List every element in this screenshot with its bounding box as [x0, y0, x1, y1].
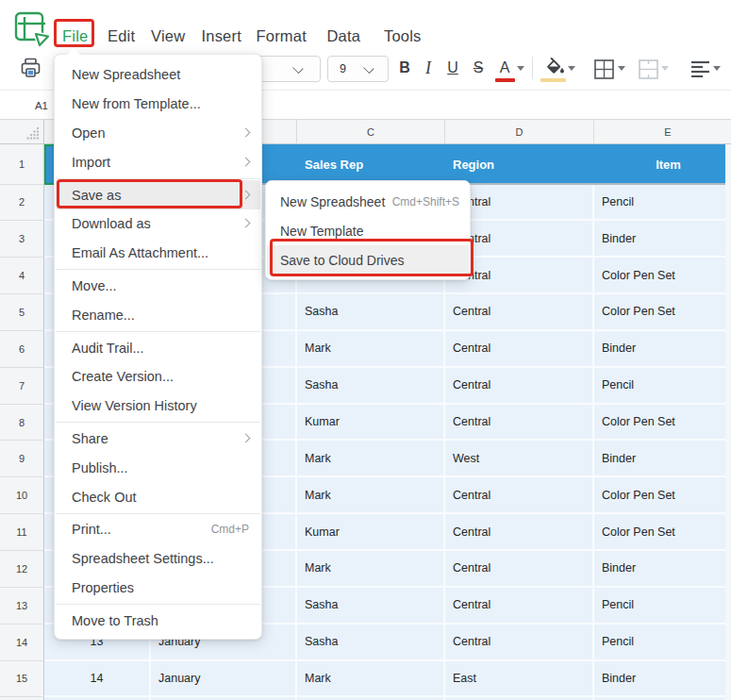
cell-E-Binder[interactable]: Binder [594, 661, 731, 698]
borders-chevron-icon[interactable] [618, 66, 625, 71]
cell-C-Mark[interactable]: Mark [297, 441, 445, 477]
save-as-submenu-item-save-to-cloud-drives[interactable]: Save to Cloud Drives [267, 245, 469, 275]
underline-button[interactable]: U [445, 54, 460, 82]
cell-D-Central[interactable]: Central [445, 405, 594, 442]
file-menu-item-open[interactable]: Open [56, 119, 260, 148]
cell-C-Kumar[interactable]: Kumar [297, 405, 445, 442]
row-header-4[interactable]: 4 [0, 258, 44, 294]
row-header-8[interactable]: 8 [0, 405, 44, 442]
vertical-scrollbar[interactable] [725, 144, 731, 700]
cell-E-Pencil[interactable]: Pencil [594, 625, 731, 661]
cell-D-East[interactable]: East [445, 661, 594, 698]
file-menu-item-email-as-attachment[interactable]: Email As Attachment... [56, 239, 260, 268]
printer-icon[interactable] [21, 58, 41, 79]
cell-C-Sasha[interactable]: Sasha [297, 588, 445, 625]
font-size-dropdown[interactable]: 9 [327, 56, 389, 82]
file-menu-item-download-as[interactable]: Download as [56, 209, 260, 239]
cell-D-Central[interactable]: Central [445, 551, 594, 588]
cell-C-Sasha[interactable]: Sasha [297, 625, 445, 661]
row-header-1[interactable]: 1 [0, 144, 44, 185]
row-header-9[interactable]: 9 [0, 441, 44, 477]
cell-E-Binder[interactable]: Binder [594, 331, 731, 368]
menubar-item-tools[interactable]: Tools [384, 27, 422, 45]
file-menu-item-properties[interactable]: Properties [56, 574, 260, 603]
cell-E-Color Pen Set[interactable]: Color Pen Set [594, 514, 731, 551]
cell-E-Item[interactable]: Item [594, 144, 731, 185]
column-header-E[interactable]: E [594, 120, 731, 144]
cell-C-Mark[interactable]: Mark [297, 331, 445, 368]
cell-A-14[interactable]: 14 [44, 661, 151, 698]
cell-C-Sales Rep[interactable]: Sales Rep [297, 144, 445, 185]
file-menu-item-audit-trail[interactable]: Audit Trail... [56, 333, 260, 362]
cell-D-Central[interactable]: Central [445, 514, 594, 551]
cell-E-Color Pen Set[interactable]: Color Pen Set [594, 477, 731, 514]
column-header-D[interactable]: D [445, 120, 594, 144]
cell-E-Binder[interactable]: Binder [594, 441, 731, 477]
italic-button[interactable]: I [422, 54, 435, 82]
file-menu-item-save-as[interactable]: Save as [56, 180, 260, 209]
file-menu-item-create-version[interactable]: Create Version... [56, 362, 260, 392]
row-header-6[interactable]: 6 [0, 331, 44, 368]
file-menu-item-print[interactable]: Print...Cmd+P [56, 515, 260, 544]
bold-button[interactable]: B [397, 54, 412, 82]
save-as-submenu-item-new-template[interactable]: New Template [267, 216, 469, 245]
menubar-item-file[interactable]: File [62, 27, 88, 45]
cell-E-Color Pen Set[interactable]: Color Pen Set [594, 294, 731, 331]
save-as-submenu-item-new-spreadsheet[interactable]: New SpreadsheetCmd+Shift+S [267, 187, 469, 216]
row-header-13[interactable]: 13 [0, 588, 44, 625]
cell-D-Central[interactable]: Central [445, 331, 594, 368]
row-header-12[interactable]: 12 [0, 551, 44, 588]
cell-E-Color Pen Set[interactable]: Color Pen Set [594, 405, 731, 442]
cell-E-Pencil[interactable]: Pencil [594, 185, 731, 222]
file-menu-item-publish[interactable]: Publish... [56, 453, 260, 482]
file-menu-item-import[interactable]: Import [56, 147, 260, 176]
row-header-10[interactable]: 10 [0, 477, 44, 514]
select-all-corner[interactable] [0, 120, 44, 144]
cell-C-Kumar[interactable]: Kumar [297, 514, 445, 551]
cell-D-Region[interactable]: Region [445, 144, 594, 185]
file-menu-item-move-to-trash[interactable]: Move to Trash [56, 606, 260, 635]
strikethrough-button[interactable]: S [471, 54, 486, 82]
row-header-5[interactable]: 5 [0, 294, 44, 331]
cell-C-Sasha[interactable]: Sasha [297, 368, 445, 405]
file-menu-item-rename[interactable]: Rename... [56, 300, 260, 329]
menubar-item-insert[interactable]: Insert [202, 27, 241, 45]
cell-C-Mark[interactable]: Mark [297, 551, 445, 588]
cell-E-Pencil[interactable]: Pencil [594, 588, 731, 625]
cell-E-Color Pen Set[interactable]: Color Pen Set [594, 258, 731, 294]
file-menu-item-check-out[interactable]: Check Out [56, 482, 260, 511]
menubar-item-edit[interactable]: Edit [108, 27, 135, 45]
align-chevron-icon[interactable] [713, 66, 721, 71]
cell-C-Mark[interactable]: Mark [297, 661, 445, 698]
menubar-item-format[interactable]: Format [257, 27, 307, 45]
row-header-3[interactable]: 3 [0, 221, 44, 258]
file-menu-item-new-from-template[interactable]: New from Template... [56, 90, 260, 119]
cell-C-Mark[interactable]: Mark [297, 477, 445, 514]
column-header-C[interactable]: C [297, 120, 445, 144]
cell-D-Central[interactable]: Central [445, 625, 594, 661]
cell-E-Binder[interactable]: Binder [594, 221, 731, 258]
file-menu-item-spreadsheet-settings[interactable]: Spreadsheet Settings... [56, 544, 260, 574]
fill-color-bucket-icon[interactable] [543, 57, 566, 78]
cell-E-Pencil[interactable]: Pencil [594, 368, 731, 405]
cell-D-Central[interactable]: Central [445, 368, 594, 405]
font-color-chevron-icon[interactable] [517, 66, 524, 71]
row-header-11[interactable]: 11 [0, 514, 44, 551]
row-header-14[interactable]: 14 [0, 625, 44, 661]
cell-D-Central[interactable]: Central [445, 588, 594, 625]
cell-D-Central[interactable]: Central [445, 294, 594, 331]
borders-grid-icon[interactable] [594, 59, 614, 79]
cell-C-Sasha[interactable]: Sasha [297, 294, 445, 331]
file-menu-item-view-version-history[interactable]: View Version History [56, 392, 260, 421]
file-menu-item-new-spreadsheet[interactable]: New Spreadsheet [56, 60, 260, 90]
menubar-item-data[interactable]: Data [327, 27, 361, 45]
cell-D-Central[interactable]: Central [445, 477, 594, 514]
horizontal-align-icon[interactable] [691, 60, 710, 77]
file-menu-item-move[interactable]: Move... [56, 272, 260, 301]
cell-B-January[interactable]: January [151, 661, 297, 698]
cell-D-West[interactable]: West [445, 441, 594, 477]
row-header-15[interactable]: 15 [0, 661, 44, 698]
fill-color-chevron-icon[interactable] [568, 66, 575, 71]
row-header-2[interactable]: 2 [0, 185, 44, 222]
file-menu-item-share[interactable]: Share [56, 425, 260, 454]
